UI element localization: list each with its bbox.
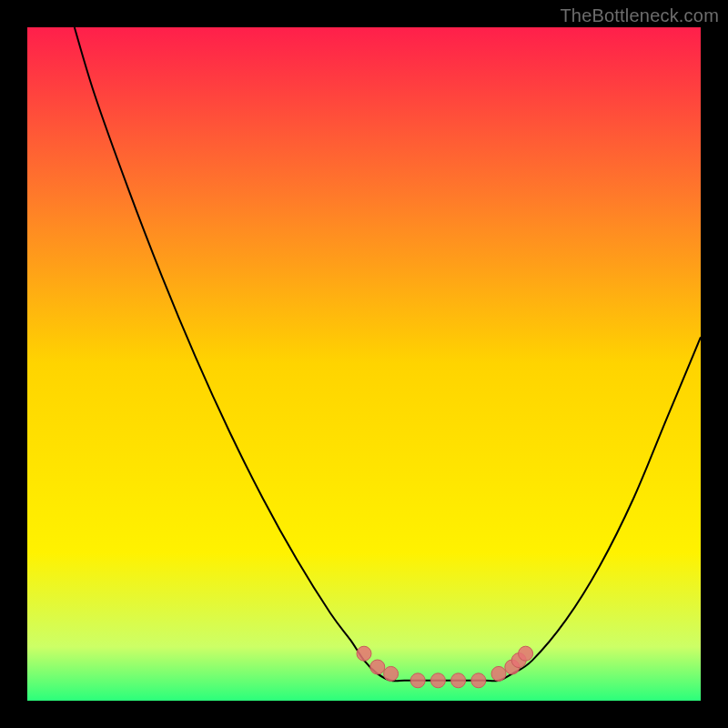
bottleneck-curve bbox=[75, 27, 701, 681]
chart-frame bbox=[27, 27, 701, 701]
marker-point bbox=[410, 673, 425, 688]
chart-overlay bbox=[27, 27, 701, 701]
marker-point bbox=[430, 673, 445, 688]
marker-point bbox=[370, 660, 385, 674]
curve-path bbox=[75, 27, 701, 681]
marker-point bbox=[451, 673, 466, 688]
marker-point bbox=[384, 666, 399, 681]
watermark-text: TheBottleneck.com bbox=[560, 5, 719, 26]
marker-point bbox=[491, 666, 506, 681]
plot-area bbox=[27, 27, 701, 701]
marker-point bbox=[471, 673, 486, 688]
marker-point bbox=[519, 646, 533, 661]
marker-group bbox=[357, 646, 533, 688]
marker-point bbox=[357, 646, 371, 661]
